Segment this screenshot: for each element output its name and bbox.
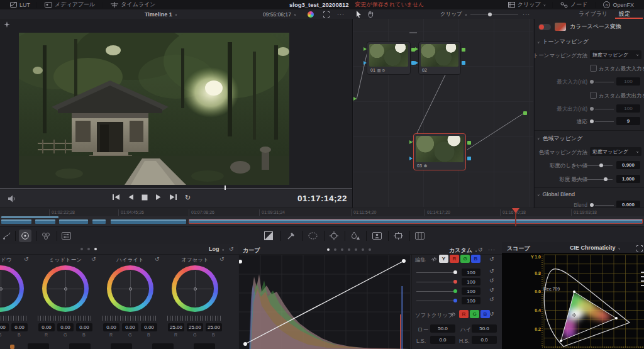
page-dot[interactable] (369, 248, 371, 251)
next-clip-button[interactable] (169, 194, 177, 201)
gamut-method-dropdown[interactable]: 彩度マッピング ∨ (590, 147, 641, 156)
wheel-g-value[interactable]: 0.00 (0, 323, 9, 331)
clipped-value-box[interactable] (28, 343, 49, 349)
page-dot-active[interactable] (327, 248, 330, 251)
y-slider-value[interactable]: 100 (462, 269, 480, 276)
curve-graph[interactable] (239, 255, 410, 349)
wheel-b-value[interactable]: 25.00 (206, 323, 222, 331)
tone-section-header[interactable]: ∨ トーンマッピング (537, 38, 589, 46)
b-reset-icon[interactable]: ↺ (489, 296, 494, 302)
timeline-selector[interactable]: Timeline 1 ∨ (145, 9, 177, 19)
edit-reset-icon[interactable]: ↺ (489, 256, 494, 262)
custom-max-output-checkbox[interactable] (590, 92, 597, 99)
max-input-value[interactable]: 100 (616, 77, 640, 86)
adaptation-slider-track[interactable] (595, 121, 614, 122)
sat-knee-slider-track[interactable] (572, 165, 613, 166)
channel-r-button[interactable]: R (450, 255, 459, 263)
page-dot[interactable] (341, 248, 343, 251)
wheel-g-value[interactable]: 0.00 (57, 323, 74, 331)
ls-value[interactable]: 0.0 (430, 336, 455, 344)
page-dot[interactable] (362, 248, 364, 251)
softclip-r-button[interactable]: R (459, 310, 469, 318)
stop-button[interactable] (142, 194, 148, 201)
gang-link-icon[interactable] (430, 257, 437, 263)
clipped-swatch[interactable] (10, 345, 14, 349)
y-reset-icon[interactable]: ↺ (489, 268, 494, 274)
stereo-3d-icon[interactable] (415, 232, 425, 240)
wheel-reset-icon[interactable]: ↺ (219, 256, 225, 262)
high-value[interactable]: 50.0 (472, 324, 497, 333)
plugin-enable-toggle[interactable] (538, 24, 551, 30)
channel-b-button[interactable]: B (471, 255, 480, 263)
wheels-mode-dropdown[interactable]: Log ∨ (209, 246, 225, 252)
softclip-link-icon[interactable] (449, 312, 456, 318)
node-03-rgb-output[interactable] (467, 141, 471, 145)
wand-icon[interactable] (3, 21, 11, 29)
hdr-wheels-icon[interactable] (42, 232, 50, 240)
hand-tool-icon[interactable] (367, 11, 374, 18)
node-zoom-slider-knob[interactable] (488, 13, 492, 16)
wheel-reset-icon[interactable]: ↺ (91, 256, 96, 262)
graph-source-connector[interactable] (353, 97, 357, 101)
wheel-reset-icon[interactable]: ↺ (155, 256, 160, 262)
tracker-icon[interactable] (330, 231, 338, 240)
offset-wheel[interactable] (172, 265, 218, 312)
max-input-slider-knob[interactable] (590, 80, 594, 84)
power-window-icon[interactable] (308, 232, 318, 240)
node-03-selected[interactable]: 03⊛ (413, 133, 466, 170)
node-03-key-output[interactable] (467, 157, 471, 160)
clip-view-button[interactable]: クリップ ∨ (502, 1, 552, 9)
viewer-timecode-selector[interactable]: 09:55:06;17 ∨ (263, 9, 296, 19)
timeline-clip[interactable] (111, 219, 186, 224)
max-output-value[interactable]: 100 (616, 104, 640, 113)
timeline-clip[interactable] (92, 219, 106, 224)
curves-menu-icon[interactable]: ··· (488, 247, 496, 253)
global-blend-section-header[interactable]: ∨ Global Blend (537, 191, 575, 197)
playhead-line[interactable] (515, 213, 516, 226)
wheel-master-slider[interactable] (38, 316, 93, 321)
b-slider-value[interactable]: 100 (462, 297, 480, 304)
pointer-tool-icon[interactable] (356, 11, 362, 18)
wheel-r-value[interactable]: 25.00 (168, 323, 184, 331)
node-03-key-input[interactable] (409, 157, 413, 160)
adaptation-value[interactable]: 9 (616, 117, 640, 125)
channel-y-button[interactable]: Y (439, 255, 448, 263)
highlight-wheel[interactable] (107, 265, 153, 312)
g-slider-value[interactable]: 100 (462, 287, 480, 295)
wheel-r-value[interactable]: 0.00 (103, 323, 119, 331)
blur-icon[interactable] (351, 231, 360, 240)
speaker-icon[interactable] (8, 195, 16, 202)
max-input-slider-track[interactable] (595, 82, 614, 82)
wheel-g-value[interactable]: 0.00 (122, 323, 138, 331)
page-dot[interactable] (334, 248, 336, 251)
node-02-rgb-input[interactable] (415, 47, 418, 51)
node-graph-menu-icon[interactable]: ··· (523, 11, 530, 18)
page-dot[interactable] (348, 248, 350, 251)
wheel-b-value[interactable]: 0.00 (11, 323, 28, 331)
gamut-section-header[interactable]: ∨ 色域マッピング (537, 135, 582, 143)
curves-tool-icon[interactable] (264, 231, 273, 240)
rgb-mixer-icon[interactable] (62, 232, 71, 240)
wheel-g-value[interactable]: 25.00 (187, 323, 203, 331)
timeline-clip[interactable] (59, 219, 88, 224)
custom-max-input-checkbox[interactable] (590, 65, 597, 72)
clipped-value-box[interactable] (152, 343, 174, 349)
sizing-icon[interactable] (394, 232, 403, 240)
softclip-b-button[interactable]: B (480, 310, 490, 318)
y-slider-track[interactable] (416, 272, 455, 273)
clipped-value-box[interactable] (69, 343, 91, 349)
wheel-reset-icon[interactable]: ↺ (24, 256, 29, 262)
openfx-button[interactable]: fx OpenFX (596, 1, 641, 8)
low-value[interactable]: 50.0 (430, 324, 455, 333)
g-reset-icon[interactable]: ↺ (489, 287, 494, 293)
media-pool-button[interactable]: メディアプール (37, 1, 103, 9)
sat-knee-slider-knob[interactable] (599, 163, 603, 167)
clipped-value-box[interactable] (111, 343, 132, 349)
viewer-scrub-bar[interactable] (0, 188, 352, 189)
sat-max-slider-knob[interactable] (604, 177, 608, 181)
play-button[interactable] (155, 194, 162, 201)
scope-expand-icon[interactable] (636, 245, 643, 252)
timeline-clip[interactable] (35, 219, 55, 224)
node-01-rgb-input[interactable] (364, 47, 367, 51)
y-slider-knob[interactable] (453, 270, 457, 274)
